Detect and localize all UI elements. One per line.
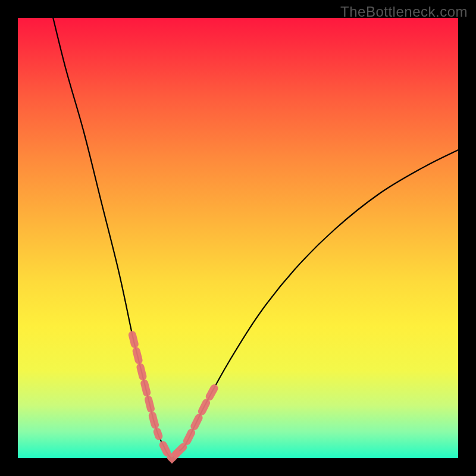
plot-area [18,18,458,458]
bottleneck-curve [53,18,458,458]
plot-inner [18,18,458,458]
curve-layer [18,18,458,458]
watermark-text: TheBottleneck.com [340,4,468,20]
highlight-segment [132,335,158,436]
chart-frame: TheBottleneck.com [0,0,476,476]
highlight-segment [176,385,216,453]
